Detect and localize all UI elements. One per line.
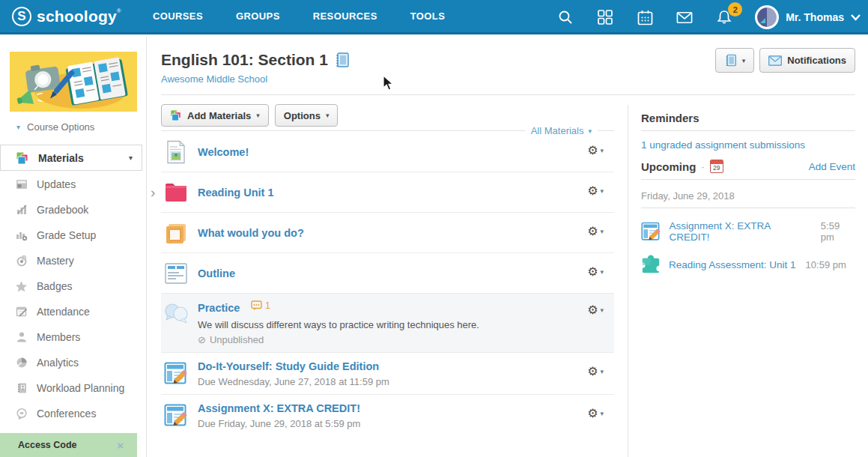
notification-count-badge[interactable]: 2 xyxy=(728,2,742,16)
event-link[interactable]: Reading Assessment: Unit 1 xyxy=(669,259,796,270)
user-menu[interactable]: Mr. Thomas xyxy=(755,5,861,29)
expand-chevron-icon[interactable]: › xyxy=(151,185,155,199)
sidebar-item-badges[interactable]: Badges xyxy=(0,273,147,299)
schoology-s-icon: S xyxy=(12,7,31,26)
upcoming-section: Upcoming · 29 Add Event Friday, June 29,… xyxy=(641,160,855,274)
notifications-bell-icon[interactable]: 2 xyxy=(715,8,733,26)
top-navbar: S schoology® COURSES GROUPS RESOURCES TO… xyxy=(0,0,868,34)
event-link[interactable]: Assignment X: EXTRA CREDIT! xyxy=(670,220,811,243)
material-link[interactable]: Welcome! xyxy=(198,146,249,158)
messages-icon[interactable] xyxy=(676,8,694,26)
course-notebook-menu-button[interactable]: ▾ xyxy=(715,48,755,73)
gear-icon: ⚙ xyxy=(587,266,598,278)
media-album-icon xyxy=(163,220,189,246)
schoology-logo[interactable]: S schoology® xyxy=(12,7,121,26)
schoology-course-page: S schoology® COURSES GROUPS RESOURCES TO… xyxy=(0,0,868,457)
nav-courses[interactable]: COURSES xyxy=(153,10,203,22)
main-content: English 101: Section 1 Awesome Middle Sc… xyxy=(161,34,614,85)
due-date: Due Wednesday, June 27, 2018 at 11:59 pm xyxy=(198,376,587,387)
sidebar-item-mastery[interactable]: Mastery xyxy=(0,248,147,273)
gear-icon: ⚙ xyxy=(587,185,598,197)
material-link[interactable]: Do-It-Yourself: Study Guide Edition xyxy=(198,360,379,372)
comment-count[interactable]: 1 xyxy=(251,300,270,311)
caret-down-icon: ▾ xyxy=(129,154,133,162)
sidebar-item-workload-planning[interactable]: Workload Planning xyxy=(0,375,147,401)
discussion-icon xyxy=(163,301,189,327)
sidebar-item-gradebook[interactable]: Gradebook xyxy=(0,197,147,223)
assignment-icon xyxy=(641,222,661,242)
upcoming-event: Reading Assessment: Unit 1 10:59 pm xyxy=(641,255,855,274)
row-gear-menu[interactable]: ⚙ ▾ xyxy=(587,304,604,316)
add-event-link[interactable]: Add Event xyxy=(809,161,855,172)
row-gear-menu[interactable]: ⚙ ▾ xyxy=(587,185,604,197)
ungraded-submissions-link[interactable]: 1 ungraded assignment submissions xyxy=(641,139,805,151)
row-gear-menu[interactable]: ⚙ ▾ xyxy=(587,266,604,278)
sidebar-item-updates[interactable]: Updates xyxy=(0,172,147,197)
reminders-title: Reminders xyxy=(641,112,855,124)
sidebar-item-grade-setup[interactable]: Grade Setup xyxy=(0,223,147,248)
options-button[interactable]: Options ▾ xyxy=(275,104,339,127)
gradebook-icon xyxy=(15,204,28,217)
calendar-icon[interactable] xyxy=(636,8,654,26)
sidebar-item-analytics[interactable]: Analytics xyxy=(0,350,147,375)
material-link[interactable]: Outline xyxy=(198,267,235,279)
material-row-assignment: Assignment X: EXTRA CREDIT! Due Friday, … xyxy=(161,395,614,436)
close-icon[interactable]: × xyxy=(117,439,124,452)
attendance-icon xyxy=(15,306,28,318)
material-link[interactable]: Assignment X: EXTRA CREDIT! xyxy=(198,402,360,414)
sidebar-menu: Updates Gradebook Grade Setup Mastery Ba… xyxy=(0,172,147,426)
caret-down-icon: ▾ xyxy=(600,147,604,154)
course-image[interactable] xyxy=(10,52,137,112)
conferences-icon xyxy=(15,408,28,420)
sidebar-item-materials[interactable]: Materials ▾ xyxy=(0,145,142,171)
nav-resources[interactable]: RESOURCES xyxy=(313,10,377,22)
caret-down-icon: ▾ xyxy=(600,187,604,195)
badges-icon xyxy=(15,280,28,293)
school-link[interactable]: Awesome Middle School xyxy=(161,73,267,85)
updates-icon xyxy=(15,178,28,191)
material-link[interactable]: What would you do? xyxy=(198,227,304,239)
materials-icon xyxy=(170,109,182,121)
gear-icon: ⚙ xyxy=(587,408,598,420)
row-gear-menu[interactable]: ⚙ ▾ xyxy=(587,226,604,237)
app-grid-icon[interactable] xyxy=(596,8,614,26)
materials-list: Welcome! ⚙ ▾ › Reading Un xyxy=(161,132,614,436)
access-code-panel: Access Code × xyxy=(0,433,137,457)
envelope-icon xyxy=(768,55,782,66)
folder-icon xyxy=(163,180,189,205)
row-gear-menu[interactable]: ⚙ ▾ xyxy=(587,408,604,420)
sidebar-item-members[interactable]: Members xyxy=(0,324,147,350)
material-row-folder: › Reading Unit 1 ⚙ ▾ xyxy=(161,172,614,213)
upcoming-event: Assignment X: EXTRA CREDIT! 5:59 pm xyxy=(641,220,855,243)
search-icon[interactable] xyxy=(556,8,574,26)
chevron-down-icon xyxy=(851,14,861,21)
caret-down-icon: ▾ xyxy=(600,410,604,417)
caret-down-icon: ▾ xyxy=(16,123,20,131)
material-status: ⊘ Unpublished xyxy=(198,334,587,345)
analytics-icon xyxy=(15,357,28,369)
row-gear-menu[interactable]: ⚙ ▾ xyxy=(587,145,604,157)
user-name: Mr. Thomas xyxy=(786,11,844,23)
course-notebook-icon xyxy=(334,52,350,68)
reminders-section: Reminders 1 ungraded assignment submissi… xyxy=(641,112,855,151)
sidebar-item-conferences[interactable]: Conferences xyxy=(0,401,147,426)
document-icon xyxy=(163,261,189,286)
sidebar-item-attendance[interactable]: Attendance xyxy=(0,299,147,324)
add-materials-button[interactable]: Add Materials ▾ xyxy=(161,104,269,127)
upcoming-calendar-icon[interactable]: 29 xyxy=(710,160,723,173)
material-description: We will discuss different ways to practi… xyxy=(198,319,587,330)
row-gear-menu[interactable]: ⚙ ▾ xyxy=(587,366,604,378)
material-link[interactable]: Reading Unit 1 xyxy=(198,187,274,199)
nav-tools[interactable]: TOOLS xyxy=(410,10,446,22)
notifications-button[interactable]: Notifications xyxy=(759,48,855,73)
primary-nav: COURSES GROUPS RESOURCES TOOLS xyxy=(153,10,445,22)
avatar xyxy=(755,5,779,29)
nav-groups[interactable]: GROUPS xyxy=(236,10,280,22)
course-options-toggle[interactable]: ▾ Course Options xyxy=(16,121,94,133)
page-title: English 101: Section 1 xyxy=(161,51,328,69)
material-link[interactable]: Practice xyxy=(198,302,240,314)
caret-down-icon: ▾ xyxy=(326,112,330,119)
content-divider xyxy=(628,105,628,457)
material-row-document: Outline ⚙ ▾ xyxy=(161,253,614,294)
caret-down-icon: ▾ xyxy=(600,368,604,375)
